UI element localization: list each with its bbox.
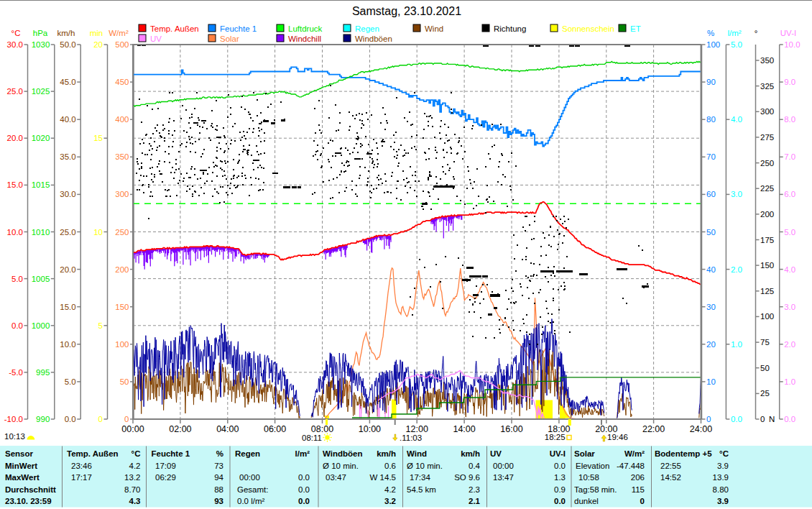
svg-text:20.0: 20.0 xyxy=(7,134,23,142)
svg-text:°C: °C xyxy=(719,449,729,458)
svg-text:18:25: 18:25 xyxy=(545,433,566,441)
svg-text:UV: UV xyxy=(150,35,162,43)
svg-text:60: 60 xyxy=(706,190,716,198)
svg-text:3.9: 3.9 xyxy=(717,497,729,505)
svg-text:10: 10 xyxy=(93,228,103,237)
svg-text:°: ° xyxy=(755,29,758,37)
svg-text:1030: 1030 xyxy=(32,40,50,49)
svg-text:km/h: km/h xyxy=(57,29,75,37)
svg-text:0: 0 xyxy=(124,415,129,423)
svg-text:00:00: 00:00 xyxy=(493,462,514,470)
svg-text:%: % xyxy=(216,449,223,458)
svg-text:2.0: 2.0 xyxy=(784,340,795,349)
svg-text:0.0: 0.0 xyxy=(65,415,76,423)
svg-text:dunkel: dunkel xyxy=(574,497,599,505)
svg-text:500: 500 xyxy=(115,40,129,49)
svg-text:Feuchte 1: Feuchte 1 xyxy=(152,449,190,458)
svg-text:08:11: 08:11 xyxy=(302,434,322,442)
svg-text:0: 0 xyxy=(760,415,765,423)
svg-text:17:09: 17:09 xyxy=(155,462,176,470)
svg-text:12:00: 12:00 xyxy=(406,424,428,434)
svg-text:Ø 10 min.: Ø 10 min. xyxy=(407,462,443,470)
svg-text:54.5 km: 54.5 km xyxy=(407,485,436,494)
svg-text:Ø 10 min.: Ø 10 min. xyxy=(323,462,359,470)
svg-text:06:00: 06:00 xyxy=(264,424,286,434)
svg-text:1025: 1025 xyxy=(32,87,50,96)
svg-text:175: 175 xyxy=(760,236,774,244)
svg-text:300: 300 xyxy=(760,107,774,116)
svg-text:Wind: Wind xyxy=(407,449,427,458)
svg-text:Windböen: Windböen xyxy=(355,35,392,43)
svg-text:206: 206 xyxy=(631,473,645,482)
svg-text:50: 50 xyxy=(706,228,716,237)
svg-text:0.0 l/m²: 0.0 l/m² xyxy=(237,497,265,505)
svg-text:14:52: 14:52 xyxy=(660,473,681,482)
svg-text:24:00: 24:00 xyxy=(690,424,712,434)
svg-text:1000: 1000 xyxy=(32,321,50,330)
svg-text:00:00: 00:00 xyxy=(121,424,144,434)
svg-text:45.0: 45.0 xyxy=(60,78,75,86)
svg-text:100: 100 xyxy=(760,312,774,321)
svg-text:Luftdruck: Luftdruck xyxy=(288,24,323,33)
svg-text:0.0: 0.0 xyxy=(554,462,566,470)
svg-text:125: 125 xyxy=(760,287,774,295)
svg-text:16:00: 16:00 xyxy=(500,424,522,434)
svg-text:1020: 1020 xyxy=(32,134,50,142)
svg-text:9.0: 9.0 xyxy=(784,78,795,86)
svg-text:250: 250 xyxy=(760,159,774,168)
svg-text:15.0: 15.0 xyxy=(7,180,23,189)
svg-text:3.0: 3.0 xyxy=(731,190,742,198)
svg-text:80: 80 xyxy=(706,115,716,124)
svg-text:400: 400 xyxy=(115,115,129,124)
svg-text:225: 225 xyxy=(760,184,774,193)
svg-text:0.0: 0.0 xyxy=(11,321,23,330)
svg-text:08:00: 08:00 xyxy=(311,424,333,434)
svg-text:04:00: 04:00 xyxy=(216,424,239,434)
svg-text:13.9: 13.9 xyxy=(713,473,729,482)
svg-text:UV: UV xyxy=(490,449,502,458)
svg-text:5.0: 5.0 xyxy=(784,228,795,237)
svg-text:8.80: 8.80 xyxy=(713,485,729,494)
svg-text:5.0: 5.0 xyxy=(731,40,742,49)
svg-text:350: 350 xyxy=(115,152,129,161)
svg-text:10:13: 10:13 xyxy=(4,432,25,441)
svg-text:Wind: Wind xyxy=(425,24,443,33)
svg-text:Windchill: Windchill xyxy=(288,35,321,43)
svg-text:0.0: 0.0 xyxy=(784,415,795,423)
svg-text:5.0: 5.0 xyxy=(65,377,76,386)
svg-text:50: 50 xyxy=(120,377,129,386)
svg-text:30.0: 30.0 xyxy=(60,190,75,198)
svg-text:Richtung: Richtung xyxy=(494,24,526,33)
svg-text:Solar: Solar xyxy=(220,35,239,43)
svg-text:94: 94 xyxy=(214,473,223,482)
svg-text:4.2: 4.2 xyxy=(129,462,141,470)
svg-text:Regen: Regen xyxy=(235,449,260,458)
svg-text:115: 115 xyxy=(632,485,645,494)
svg-text:30.0: 30.0 xyxy=(7,40,23,49)
svg-text:15: 15 xyxy=(93,134,103,142)
svg-text:100: 100 xyxy=(115,340,129,349)
svg-text:13.2: 13.2 xyxy=(124,473,140,482)
svg-text:0: 0 xyxy=(640,497,645,505)
svg-text:4.3: 4.3 xyxy=(129,497,141,505)
svg-text:70: 70 xyxy=(706,152,716,161)
svg-text:0.0: 0.0 xyxy=(731,415,742,423)
svg-text:UV-I: UV-I xyxy=(550,449,566,458)
svg-text:40.0: 40.0 xyxy=(60,115,75,124)
svg-text:-47.448: -47.448 xyxy=(617,462,645,470)
svg-text:0.9: 0.9 xyxy=(554,485,566,494)
svg-text:10.0: 10.0 xyxy=(7,228,23,237)
svg-text:450: 450 xyxy=(115,78,129,86)
svg-text:W 14.5: W 14.5 xyxy=(370,473,396,482)
svg-text:Temp. Außen: Temp. Außen xyxy=(67,449,119,458)
svg-text:5: 5 xyxy=(98,321,103,330)
svg-text:200: 200 xyxy=(115,265,129,274)
svg-text:3.2: 3.2 xyxy=(384,497,396,505)
svg-text:2.3: 2.3 xyxy=(469,485,480,494)
svg-text:Sonnenschein: Sonnenschein xyxy=(562,24,614,33)
svg-text:200: 200 xyxy=(760,210,774,219)
svg-text:MaxWert: MaxWert xyxy=(5,473,40,482)
svg-text:02:00: 02:00 xyxy=(169,424,191,434)
svg-text:17:34: 17:34 xyxy=(410,473,430,482)
svg-text:22:55: 22:55 xyxy=(660,462,681,470)
